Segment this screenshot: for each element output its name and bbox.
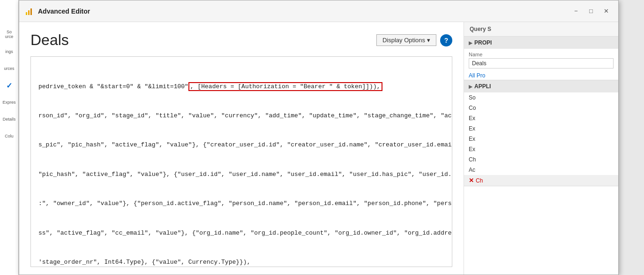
code-content: pedrive_token & "&start=0" & "&limit=100… xyxy=(31,57,452,267)
name-field: Name Deals xyxy=(464,49,618,71)
remove-icon: ✕ xyxy=(469,177,474,184)
sidebar-item-settings[interactable]: ings xyxy=(3,45,16,58)
code-line-3: s_pic", "pic_hash", "active_flag", "valu… xyxy=(38,140,452,150)
properties-section-header: ▶ PROPI xyxy=(464,37,618,49)
step-item-ac[interactable]: Ac xyxy=(464,165,618,175)
svg-rect-2 xyxy=(30,8,32,15)
applied-section-header: ▶ APPLI xyxy=(464,80,618,92)
help-button[interactable]: ? xyxy=(440,34,452,46)
page-title: Deals xyxy=(30,31,69,49)
maximize-button[interactable]: □ xyxy=(584,6,598,16)
editor-header: Deals Display Options ▾ ? xyxy=(30,31,452,49)
svg-rect-0 xyxy=(26,12,27,15)
right-panel: Query S ▶ PROPI Name Deals All Pro ▶ APP… xyxy=(464,22,618,275)
dialog-title: Advanced Editor xyxy=(38,8,566,15)
advanced-editor-dialog: Advanced Editor − □ ✕ Deals Display Opti… xyxy=(19,0,619,275)
step-item-so[interactable]: So xyxy=(464,92,618,103)
sidebar-item-details[interactable]: Details xyxy=(3,113,16,126)
titlebar: Advanced Editor − □ ✕ xyxy=(19,0,618,22)
step-item-ex2[interactable]: Ex xyxy=(464,123,618,134)
step-item-co[interactable]: Co xyxy=(464,103,618,113)
window-controls: − □ ✕ xyxy=(569,6,613,16)
properties-section: ▶ PROPI Name Deals All Pro xyxy=(464,37,618,80)
name-value[interactable]: Deals xyxy=(469,58,614,69)
applied-steps-list: So Co Ex Ex Ex Ex Ch Ac ✕ Ch xyxy=(464,92,618,186)
code-line-1: pedrive_token & "&start=0" & "&limit=100… xyxy=(38,82,452,92)
left-sidebar: Source ings urces ✓ Expres Details Colu xyxy=(0,0,19,275)
applied-section: ▶ APPLI So Co Ex Ex Ex Ex Ch Ac ✕ Ch xyxy=(464,80,618,186)
step-item-ex4[interactable]: Ex xyxy=(464,144,618,154)
step-item-ch-remove[interactable]: ✕ Ch xyxy=(464,175,618,186)
step-item-ex3[interactable]: Ex xyxy=(464,134,618,144)
code-line-2: rson_id", "org_id", "stage_id", "title",… xyxy=(38,111,452,121)
all-properties-link[interactable]: All Pro xyxy=(464,71,618,80)
applied-arrow-icon: ▶ xyxy=(469,84,472,89)
minimize-button[interactable]: − xyxy=(569,6,583,16)
properties-arrow-icon: ▶ xyxy=(469,40,472,46)
close-button[interactable]: ✕ xyxy=(599,6,613,16)
query-section-header: Query S xyxy=(464,22,618,37)
highlighted-code: , [Headers = [Authorization = "Bearer " … xyxy=(188,82,382,91)
sidebar-item-sources[interactable]: urces xyxy=(3,62,16,75)
dialog-content: Deals Display Options ▾ ? pedrive_token … xyxy=(19,22,618,275)
code-line-4: "pic_hash", "active_flag", "value"}, {"u… xyxy=(38,170,452,180)
code-line-7: 'stage_order_nr", Int64.Type}, {"value",… xyxy=(38,258,452,267)
svg-rect-1 xyxy=(28,10,30,15)
editor-area: Deals Display Options ▾ ? pedrive_token … xyxy=(19,22,464,275)
powerbi-icon xyxy=(25,7,34,16)
sidebar-item-express[interactable]: Expres xyxy=(3,96,16,109)
header-right: Display Options ▾ ? xyxy=(376,34,452,46)
code-line-6: ss", "active_flag", "cc_email", "value"}… xyxy=(38,229,452,238)
code-editor[interactable]: pedrive_token & "&start=0" & "&limit=100… xyxy=(30,56,452,267)
code-line-5: :", "owner_id", "value"}, {"person_id.ac… xyxy=(38,199,452,209)
display-options-button[interactable]: Display Options ▾ xyxy=(376,34,436,46)
sidebar-item-check[interactable]: ✓ xyxy=(3,79,16,92)
dropdown-arrow-icon: ▾ xyxy=(427,37,430,44)
step-item-ex1[interactable]: Ex xyxy=(464,113,618,123)
sidebar-item-columns[interactable]: Colu xyxy=(3,130,16,143)
step-item-ch[interactable]: Ch xyxy=(464,154,618,165)
sidebar-item-source[interactable]: Source xyxy=(3,28,16,41)
